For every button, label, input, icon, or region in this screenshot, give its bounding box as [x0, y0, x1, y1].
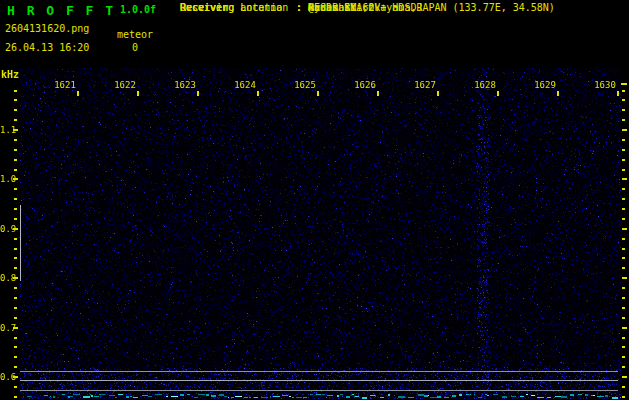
datetime-label: 26.04.13 16:20 — [5, 42, 89, 53]
y-minor-tick-left — [14, 119, 17, 121]
y-minor-tick-left — [14, 198, 17, 200]
y-minor-tick-right — [622, 356, 625, 358]
y-tick-label: 0.9 — [0, 224, 14, 234]
y-minor-tick-right — [622, 307, 625, 309]
y-minor-tick-left — [14, 267, 17, 269]
y-minor-tick-left — [14, 337, 17, 339]
y-major-tick-right — [622, 178, 627, 180]
y-minor-tick-left — [14, 238, 17, 240]
meteor-count: 0 — [132, 42, 138, 53]
y-minor-tick-right — [622, 238, 625, 240]
y-major-tick-right — [622, 277, 627, 279]
y-major-tick-left — [13, 327, 18, 329]
y-major-tick-left — [13, 228, 18, 230]
y-minor-tick-right — [622, 90, 625, 92]
app-title: H R O F F T — [7, 3, 115, 18]
y-minor-tick-left — [14, 366, 17, 368]
y-minor-tick-right — [622, 297, 625, 299]
y-minor-tick-left — [14, 257, 17, 259]
y-minor-tick-left — [14, 396, 17, 398]
x-axis-end-dash — [621, 83, 627, 85]
y-minor-tick-right — [622, 149, 625, 151]
app-version: 1.0.0f — [120, 4, 156, 15]
y-major-tick-right — [622, 376, 627, 378]
y-minor-tick-left — [14, 90, 17, 92]
y-minor-tick-right — [622, 346, 625, 348]
y-minor-tick-right — [622, 386, 625, 388]
output-filename: 2604131620.png — [5, 23, 89, 34]
y-minor-tick-right — [622, 218, 625, 220]
station-info-row: Recviving antenna: Radix RY-62V — [180, 1, 380, 15]
y-minor-tick-right — [622, 248, 625, 250]
y-minor-tick-right — [622, 169, 625, 171]
info-label: Recviving antenna — [180, 1, 296, 15]
left-range-marker — [20, 205, 21, 281]
y-minor-tick-left — [14, 169, 17, 171]
y-minor-tick-right — [622, 396, 625, 398]
info-colon: : — [296, 1, 308, 15]
y-minor-tick-right — [622, 267, 625, 269]
hrofft-screen: H R O F F T 1.0.0f 2604131620.png meteor… — [0, 0, 629, 400]
y-major-tick-left — [13, 376, 18, 378]
y-minor-tick-right — [622, 188, 625, 190]
spectrogram-canvas — [19, 68, 621, 399]
y-minor-tick-left — [14, 109, 17, 111]
y-minor-tick-left — [14, 159, 17, 161]
y-major-tick-left — [13, 178, 18, 180]
y-minor-tick-right — [622, 337, 625, 339]
y-minor-tick-left — [14, 99, 17, 101]
y-tick-label: 0.6 — [0, 372, 14, 382]
y-minor-tick-left — [14, 188, 17, 190]
y-minor-tick-left — [14, 218, 17, 220]
y-minor-tick-left — [14, 307, 17, 309]
y-major-tick-left — [13, 277, 18, 279]
y-tick-label: 0.8 — [0, 273, 14, 283]
y-minor-tick-right — [622, 109, 625, 111]
y-minor-tick-right — [622, 317, 625, 319]
y-minor-tick-right — [622, 159, 625, 161]
y-minor-tick-left — [14, 139, 17, 141]
info-value: Radix RY-62V — [308, 1, 380, 15]
y-tick-label: 1.0 — [0, 174, 14, 184]
y-minor-tick-left — [14, 386, 17, 388]
y-tick-label: 0.7 — [0, 323, 14, 333]
y-major-tick-right — [622, 228, 627, 230]
y-major-tick-right — [622, 327, 627, 329]
y-major-tick-right — [622, 129, 627, 131]
y-minor-tick-left — [14, 346, 17, 348]
carrier-line-middle — [20, 380, 618, 381]
y-tick-label: 1.1 — [0, 125, 14, 135]
y-minor-tick-left — [14, 149, 17, 151]
y-minor-tick-right — [622, 257, 625, 259]
y-minor-tick-left — [14, 356, 17, 358]
y-minor-tick-left — [14, 248, 17, 250]
y-minor-tick-left — [14, 317, 17, 319]
y-major-tick-left — [13, 129, 18, 131]
y-minor-tick-right — [622, 208, 625, 210]
y-axis-unit-label: kHz — [1, 69, 19, 80]
y-minor-tick-left — [14, 297, 17, 299]
y-minor-tick-left — [14, 208, 17, 210]
meteor-counter-label: meteor — [117, 29, 153, 40]
y-minor-tick-left — [14, 287, 17, 289]
y-minor-tick-right — [622, 287, 625, 289]
y-minor-tick-right — [622, 139, 625, 141]
y-minor-tick-right — [622, 119, 625, 121]
y-minor-tick-right — [622, 99, 625, 101]
y-minor-tick-right — [622, 198, 625, 200]
y-minor-tick-right — [622, 366, 625, 368]
carrier-line-upper — [20, 371, 618, 372]
carrier-line-lower — [20, 390, 618, 391]
